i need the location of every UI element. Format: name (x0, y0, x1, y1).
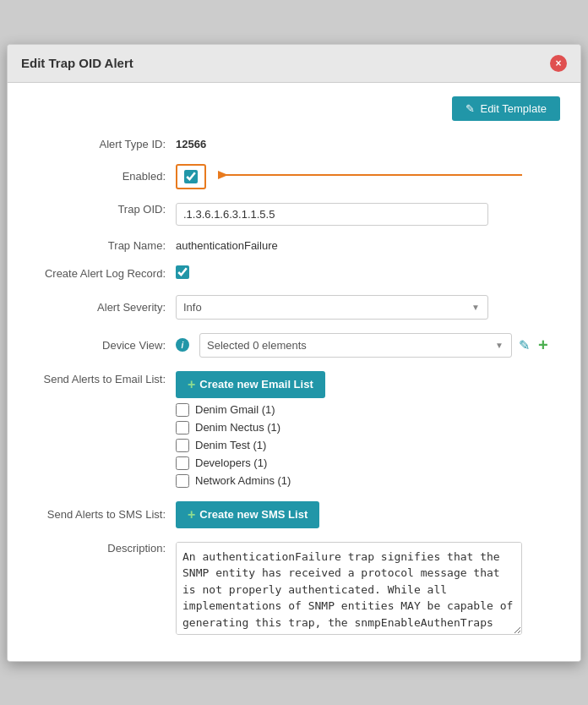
device-view-select[interactable]: Selected 0 elements (199, 333, 512, 358)
edit-template-label: Edit Template (480, 102, 547, 115)
dialog-body: ✎ Edit Template Alert Type ID: 12566 Ena… (8, 83, 580, 661)
dialog-title: Edit Trap OID Alert (21, 56, 133, 70)
alert-severity-select-wrapper: Info Warning Critical ▼ (176, 295, 488, 320)
alert-severity-select[interactable]: Info Warning Critical (176, 295, 488, 320)
email-checkbox-denim-nectus[interactable] (176, 421, 189, 434)
email-list-item-denim-gmail[interactable]: Denim Gmail (1) (176, 403, 560, 417)
device-view-add-button[interactable]: + (536, 334, 550, 357)
enabled-value-container (176, 161, 560, 189)
toolbar-row: ✎ Edit Template (28, 96, 560, 121)
edit-trap-oid-alert-dialog: Edit Trap OID Alert × ✎ Edit Template Al… (7, 44, 581, 662)
svg-marker-1 (218, 171, 228, 179)
create-email-list-button[interactable]: + Create new Email List (176, 371, 325, 398)
create-sms-list-button[interactable]: + Create new SMS List (176, 501, 319, 528)
trap-name-row: Trap Name: authenticationFailure (28, 236, 560, 252)
alert-severity-row: Alert Severity: Info Warning Critical ▼ (28, 292, 560, 320)
description-textarea[interactable]: An authenticationFailure trap signifies … (176, 542, 522, 635)
device-view-info-icon[interactable]: i (176, 338, 189, 352)
trap-name-value: authenticationFailure (176, 236, 560, 252)
email-list-content: + Create new Email List Denim Gmail (1) … (176, 368, 560, 488)
description-row: Description: An authenticationFailure tr… (28, 538, 560, 637)
email-list-row: Send Alerts to Email List: + Create new … (28, 368, 560, 488)
email-checkbox-denim-gmail[interactable] (176, 403, 189, 417)
trap-oid-input[interactable] (176, 203, 488, 226)
edit-template-button[interactable]: ✎ Edit Template (452, 96, 560, 121)
create-alert-log-row: Create Alert Log Record: (28, 262, 560, 281)
device-view-label: Device View: (28, 336, 176, 352)
email-item-label-1: Denim Nectus (1) (195, 421, 280, 434)
email-item-label-4: Network Admins (1) (195, 474, 291, 487)
email-list-item-developers[interactable]: Developers (1) (176, 456, 560, 470)
email-item-label-3: Developers (1) (195, 456, 267, 469)
email-list-label: Send Alerts to Email List: (28, 368, 176, 385)
enabled-row: Enabled: (28, 161, 560, 189)
device-view-value-container: i Selected 0 elements ▼ ✎ + (176, 330, 560, 358)
email-checkbox-developers[interactable] (176, 456, 189, 470)
trap-name-label: Trap Name: (28, 236, 176, 252)
trap-oid-label: Trap OID: (28, 199, 176, 216)
enabled-label: Enabled: (28, 167, 176, 183)
email-list-item-network-admins[interactable]: Network Admins (1) (176, 474, 560, 488)
email-item-label-2: Denim Test (1) (195, 439, 266, 451)
alert-type-id-label: Alert Type ID: (28, 134, 176, 150)
create-email-label: Create new Email List (199, 378, 313, 391)
alert-type-id-row: Alert Type ID: 12566 (28, 134, 560, 150)
alert-severity-label: Alert Severity: (28, 298, 176, 314)
create-alert-log-checkbox[interactable] (176, 265, 189, 279)
description-value-container: An authenticationFailure trap signifies … (176, 538, 560, 637)
device-view-edit-button[interactable]: ✎ (517, 336, 531, 355)
trap-oid-value-container (176, 199, 560, 226)
create-alert-log-value (176, 262, 560, 281)
email-checkbox-network-admins[interactable] (176, 474, 189, 488)
alert-severity-value-container: Info Warning Critical ▼ (176, 292, 560, 320)
edit-icon: ✎ (466, 102, 475, 115)
create-sms-plus-icon: + (188, 507, 195, 522)
email-checkbox-list: Denim Gmail (1) Denim Nectus (1) Denim T… (176, 403, 560, 488)
sms-list-row: Send Alerts to SMS List: + Create new SM… (28, 498, 560, 528)
email-item-label-0: Denim Gmail (1) (195, 403, 275, 416)
create-alert-log-label: Create Alert Log Record: (28, 264, 176, 280)
enabled-highlight-box (176, 164, 206, 189)
create-sms-label: Create new SMS List (199, 508, 308, 521)
sms-list-content: + Create new SMS List (176, 498, 560, 528)
email-list-item-denim-test[interactable]: Denim Test (1) (176, 439, 560, 452)
orange-arrow (218, 167, 547, 183)
close-button[interactable]: × (550, 55, 567, 72)
trap-oid-row: Trap OID: (28, 199, 560, 226)
description-label: Description: (28, 538, 176, 555)
device-view-select-wrapper: Selected 0 elements ▼ (199, 333, 512, 358)
email-checkbox-denim-test[interactable] (176, 439, 189, 452)
dialog-header: Edit Trap OID Alert × (8, 45, 580, 83)
sms-list-label: Send Alerts to SMS List: (28, 505, 176, 521)
create-email-plus-icon: + (188, 377, 195, 392)
alert-type-id-value: 12566 (176, 134, 560, 150)
email-list-item-denim-nectus[interactable]: Denim Nectus (1) (176, 421, 560, 434)
enabled-checkbox[interactable] (184, 170, 198, 183)
device-view-row: Device View: i Selected 0 elements ▼ ✎ + (28, 330, 560, 358)
